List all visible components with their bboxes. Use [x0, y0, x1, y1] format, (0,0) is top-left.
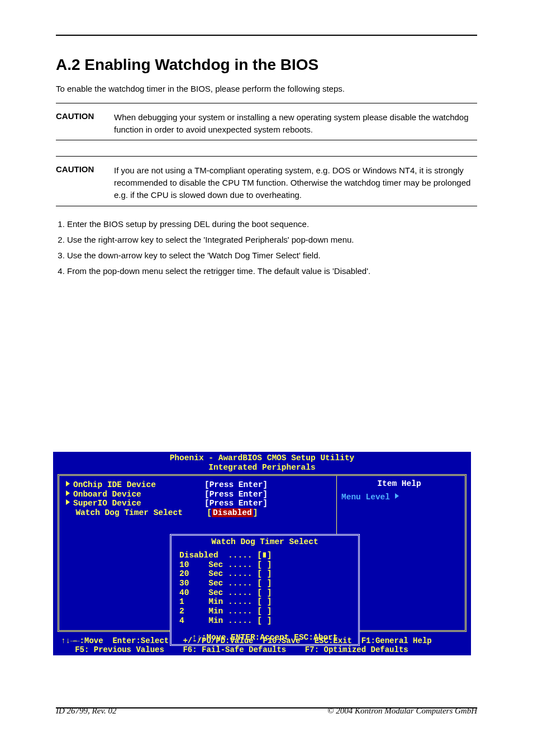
menu-level: Menu Level [341, 493, 457, 502]
intro-paragraph: To enable the watchdog timer in the BIOS… [56, 83, 477, 95]
menu-label: OnChip IDE Device [73, 480, 156, 489]
steps-list: Enter the BIOS setup by pressing DEL dur… [67, 218, 477, 278]
bios-title: Phoenix - AwardBIOS CMOS Setup Utility I… [53, 452, 471, 473]
doc-id: ID 26799, Rev. 02 [56, 706, 116, 715]
step-item: Enter the BIOS setup by pressing DEL dur… [67, 218, 477, 231]
caution-text: If you are not using a TM-compliant oper… [114, 164, 474, 201]
bios-title-line1: Phoenix - AwardBIOS CMOS Setup Utility [170, 453, 355, 462]
triangle-right-icon [66, 481, 70, 486]
bios-screen: Phoenix - AwardBIOS CMOS Setup Utility I… [53, 452, 471, 655]
bios-menu-row[interactable]: Watch Dog Timer Select [Disabled] [66, 508, 340, 518]
divider [56, 156, 477, 157]
popup-option-list: Disabled ..... [∎] 10 Sec ..... [ ] 20 S… [172, 551, 358, 629]
divider [56, 206, 477, 206]
step-item: Use the right-arrow key to select the 'I… [67, 233, 477, 247]
popup-option[interactable]: 30 Sec ..... [ ] [179, 579, 350, 588]
bios-screenshot: Phoenix - AwardBIOS CMOS Setup Utility I… [53, 452, 471, 655]
menu-label: Onboard Device [73, 490, 141, 499]
footer-right: © 2004 Kontron Modular Computers GmbH [327, 706, 477, 716]
triangle-right-icon [66, 490, 70, 496]
popup-option[interactable]: 20 Sec ..... [ ] [179, 569, 350, 579]
section-heading: A.2 Enabling Watchdog in the BIOS [56, 56, 477, 74]
popup-option[interactable]: 10 Sec ..... [ ] [179, 560, 350, 570]
caution-2: CAUTION If you are not using a TM-compli… [56, 164, 477, 201]
menu-value: [Press Enter] [204, 490, 268, 499]
divider [56, 103, 477, 103]
page-footer: ID 26799, Rev. 02 © 2004 Kontron Modular… [56, 706, 477, 725]
bios-popup: Watch Dog Timer Select Disabled ..... [∎… [170, 534, 360, 646]
footer-left: ID 26799, Rev. 02 [56, 706, 116, 716]
popup-option[interactable]: 2 Min ..... [ ] [179, 607, 350, 616]
divider [56, 140, 477, 140]
menu-value: [Press Enter] [204, 499, 268, 508]
popup-option[interactable]: 4 Min ..... [ ] [179, 616, 350, 626]
bios-frame: OnChip IDE Device [Press Enter] Onboard … [58, 474, 467, 632]
popup-title: Watch Dog Timer Select [172, 536, 358, 551]
popup-option[interactable]: 1 Min ..... [ ] [179, 597, 350, 607]
menu-value-selected: Disabled [212, 508, 253, 517]
caution-label: CAUTION [56, 111, 112, 121]
popup-option[interactable]: Disabled ..... [∎] [179, 551, 350, 560]
item-help-header: Item Help [341, 479, 457, 488]
bios-menu-row[interactable]: Onboard Device [Press Enter] [66, 490, 340, 499]
header-rule [56, 35, 477, 36]
triangle-right-icon [395, 493, 399, 499]
menu-label: SuperIO Device [73, 499, 141, 508]
bios-title-line2: Integrated Peripherals [208, 463, 315, 472]
bios-menu-row[interactable]: OnChip IDE Device [Press Enter] [66, 480, 340, 490]
caution-text: When debugging your system or installing… [114, 111, 474, 136]
step-item: Use the down-arrow key to select the 'Wa… [67, 249, 477, 262]
caution-label: CAUTION [56, 164, 112, 174]
page: A.2 Enabling Watchdog in the BIOS To ena… [0, 0, 533, 756]
bios-menu-left: OnChip IDE Device [Press Enter] Onboard … [66, 480, 340, 518]
copyright: © 2004 Kontron Modular Computers GmbH [327, 706, 477, 715]
caution-1: CAUTION When debugging your system or in… [56, 111, 477, 136]
bios-footer: ↑↓→←:Move Enter:Select +/-/PU/PD:Value F… [58, 636, 467, 654]
content-area: A.2 Enabling Watchdog in the BIOS To ena… [56, 56, 477, 280]
step-item: From the pop-down menu select the retrig… [67, 264, 477, 278]
menu-label: Watch Dog Timer Select [75, 508, 182, 517]
menu-value: [Press Enter] [204, 480, 268, 489]
triangle-right-icon [66, 499, 70, 505]
bios-menu-row[interactable]: SuperIO Device [Press Enter] [66, 499, 340, 508]
popup-option[interactable]: 40 Sec ..... [ ] [179, 588, 350, 598]
